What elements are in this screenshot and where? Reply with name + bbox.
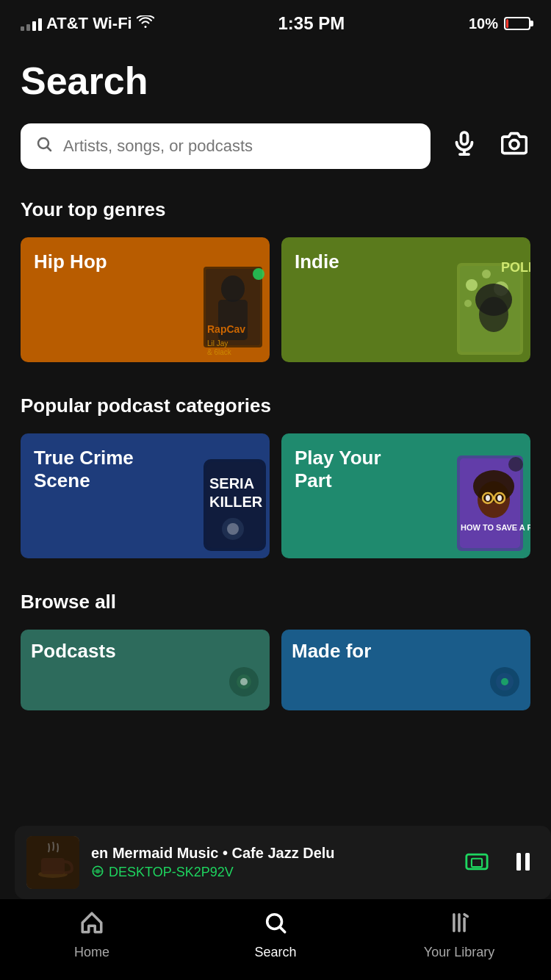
podcast-section: Popular podcast categories True CrimeSce…	[21, 394, 530, 558]
podcast-card-truecrime-label: True CrimeScene	[34, 447, 134, 492]
nav-label-search: Search	[254, 945, 296, 960]
svg-text:& 6lack: & 6lack	[207, 348, 232, 356]
now-playing-controls	[461, 846, 539, 880]
cast-button[interactable]	[461, 846, 492, 879]
hiphop-art: RapCav Lil Jay & 6lack	[192, 252, 270, 362]
wifi-icon	[137, 15, 154, 32]
truecrime-art: SERIA KILLER	[189, 448, 270, 558]
svg-point-50	[96, 869, 100, 873]
svg-point-34	[486, 495, 490, 501]
svg-rect-48	[41, 858, 65, 874]
podcast-grid: True CrimeScene SERIA KILLER	[21, 433, 530, 558]
svg-line-58	[280, 927, 284, 932]
nav-label-library: Your Library	[424, 945, 494, 960]
svg-text:HOW TO SAVE A PLA...: HOW TO SAVE A PLA...	[461, 523, 530, 532]
now-playing-title: en Mermaid Music • Cafe Jazz Delu	[91, 845, 450, 862]
svg-point-21	[475, 284, 512, 316]
search-bar-row	[21, 123, 530, 169]
top-genres-title: Your top genres	[21, 198, 530, 221]
svg-point-17	[482, 270, 491, 278]
podcasts-art-icon	[226, 663, 262, 703]
svg-point-51	[93, 870, 96, 872]
browse-card-madefor-label: Made for	[292, 640, 371, 663]
battery-icon	[504, 17, 530, 30]
pause-icon	[510, 849, 536, 875]
svg-text:SERIA: SERIA	[209, 475, 254, 491]
browse-card-podcasts[interactable]: Podcasts	[21, 630, 270, 710]
device-name-label: DESKTOP-SK2P92V	[109, 865, 234, 880]
genre-card-hiphop[interactable]: Hip Hop RapCav Lil Jay & 6lack	[21, 237, 270, 362]
search-nav-icon	[263, 910, 288, 940]
madefor-art-icon	[486, 663, 523, 703]
status-right: 10%	[469, 15, 530, 32]
pause-button[interactable]	[507, 846, 539, 880]
playyourpart-art: HOW TO SAVE A PLA...	[446, 448, 530, 558]
svg-point-45	[501, 678, 508, 685]
status-bar: AT&T Wi-Fi 1:35 PM 10%	[0, 0, 551, 44]
svg-point-8	[221, 275, 245, 302]
cast-screen-icon	[464, 849, 489, 874]
svg-point-31	[508, 457, 523, 472]
svg-point-35	[497, 495, 502, 501]
nav-item-library[interactable]: Your Library	[367, 910, 551, 960]
search-input-wrapper[interactable]	[21, 123, 431, 169]
now-playing-bar[interactable]: en Mermaid Music • Cafe Jazz Delu DESKTO…	[15, 826, 551, 899]
bottom-nav: Home Search Your Library	[0, 899, 551, 980]
svg-rect-2	[461, 132, 468, 145]
search-input[interactable]	[63, 137, 416, 156]
genre-grid: Hip Hop RapCav Lil Jay & 6lack	[21, 237, 530, 362]
svg-line-62	[464, 915, 467, 917]
battery-pct-label: 10%	[469, 15, 498, 32]
genre-card-indie[interactable]: Indie	[281, 237, 530, 362]
now-playing-info: en Mermaid Music • Cafe Jazz Delu DESKTO…	[91, 845, 450, 881]
podcast-card-playyourpart[interactable]: Play YourPart	[281, 433, 530, 558]
svg-text:RapCav: RapCav	[207, 323, 245, 335]
browse-all-section: Browse all Podcasts Made for	[21, 591, 530, 710]
now-playing-device: DESKTOP-SK2P92V	[91, 865, 450, 881]
indie-art: POLL	[450, 256, 530, 362]
signal-bars-icon	[21, 16, 42, 31]
svg-rect-56	[525, 853, 530, 871]
svg-text:POLL: POLL	[501, 260, 530, 275]
genre-card-indie-label: Indie	[295, 251, 339, 273]
camera-button[interactable]	[498, 127, 530, 165]
library-icon	[447, 910, 472, 940]
top-genres-section: Your top genres Hip Hop RapCav	[21, 198, 530, 362]
browse-all-title: Browse all	[21, 591, 530, 613]
svg-point-19	[464, 300, 472, 307]
search-nav-icon-svg	[263, 910, 288, 935]
cast-device-icon	[91, 865, 104, 881]
podcast-card-playyourpart-label: Play YourPart	[295, 447, 381, 492]
svg-point-16	[466, 279, 478, 291]
browse-grid: Podcasts Made for	[21, 630, 530, 710]
svg-rect-54	[472, 858, 482, 866]
svg-point-42	[240, 678, 248, 685]
svg-point-28	[227, 523, 239, 535]
svg-point-5	[510, 140, 519, 149]
svg-text:KILLER: KILLER	[209, 494, 263, 510]
main-content: Search	[0, 44, 551, 872]
clock-label: 1:35 PM	[278, 13, 345, 34]
svg-line-1	[48, 148, 51, 151]
svg-point-13	[253, 268, 264, 280]
album-art-thumbnail	[26, 836, 79, 889]
svg-text:Lil Jay: Lil Jay	[207, 339, 228, 347]
status-left: AT&T Wi-Fi	[21, 14, 154, 33]
nav-label-home: Home	[74, 945, 109, 960]
carrier-label: AT&T Wi-Fi	[46, 14, 132, 33]
podcast-section-title: Popular podcast categories	[21, 394, 530, 417]
podcast-card-truecrime[interactable]: True CrimeScene SERIA KILLER	[21, 433, 270, 558]
browse-card-podcasts-label: Podcasts	[31, 640, 116, 663]
home-icon	[79, 910, 104, 940]
mic-icon	[451, 130, 478, 156]
genre-card-hiphop-label: Hip Hop	[34, 251, 107, 273]
home-icon-svg	[79, 910, 104, 935]
mic-button[interactable]	[448, 127, 480, 165]
nav-item-search[interactable]: Search	[184, 910, 367, 960]
nav-item-home[interactable]: Home	[0, 910, 184, 960]
browse-card-madefor[interactable]: Made for	[281, 630, 530, 710]
page-title: Search	[21, 59, 530, 103]
svg-point-52	[100, 870, 102, 872]
svg-rect-55	[516, 853, 521, 871]
library-icon-svg	[447, 910, 472, 935]
